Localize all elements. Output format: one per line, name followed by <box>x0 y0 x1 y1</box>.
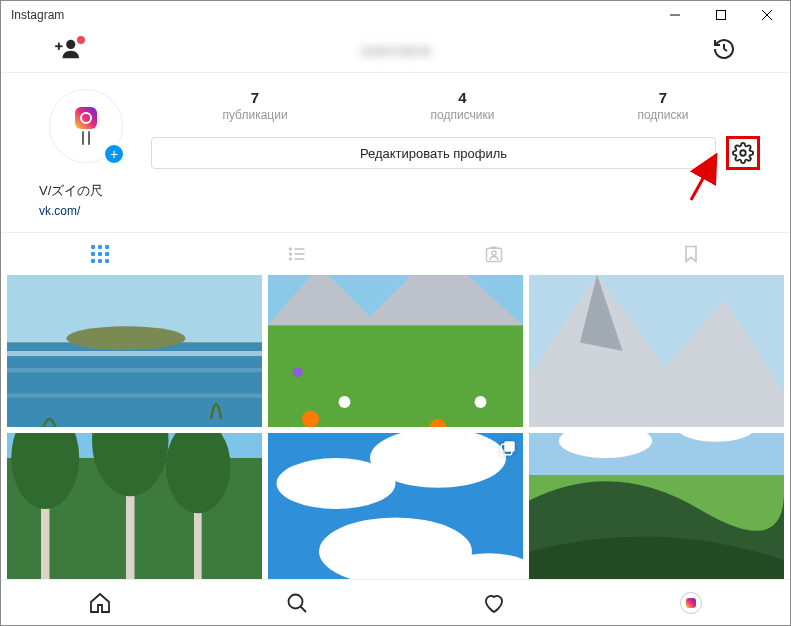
tab-saved[interactable] <box>593 233 790 275</box>
stat-posts-count: 7 <box>222 89 287 106</box>
stat-following-label: подписки <box>637 108 688 122</box>
grid-icon <box>91 245 109 263</box>
photo-sky-clouds <box>268 433 523 585</box>
bottom-nav <box>1 579 790 625</box>
maximize-button[interactable] <box>698 1 744 29</box>
svg-rect-22 <box>7 368 262 372</box>
window-controls <box>652 1 790 29</box>
svg-point-29 <box>339 396 351 408</box>
profile-section: + 7 публикации 4 подписчики 7 подписки Р… <box>1 73 790 176</box>
svg-point-10 <box>289 248 291 250</box>
post-thumbnail[interactable] <box>268 433 523 585</box>
svg-point-14 <box>289 258 291 260</box>
svg-line-56 <box>300 606 306 612</box>
gear-icon <box>732 142 754 164</box>
minimize-icon <box>670 10 680 20</box>
edit-profile-button[interactable]: Редактировать профиль <box>151 137 716 169</box>
svg-point-26 <box>302 411 319 428</box>
photo-seascape <box>7 275 262 427</box>
post-thumbnail[interactable] <box>529 275 784 427</box>
list-icon <box>287 244 307 264</box>
nav-search[interactable] <box>198 580 395 625</box>
svg-point-4 <box>66 39 75 48</box>
svg-point-31 <box>475 396 487 408</box>
svg-point-9 <box>740 150 746 156</box>
post-thumbnail[interactable] <box>7 275 262 427</box>
window-title: Instagram <box>11 8 64 22</box>
plus-icon: + <box>110 147 118 161</box>
edit-profile-label: Редактировать профиль <box>360 146 507 161</box>
tagged-icon <box>484 244 504 264</box>
album-icon <box>499 439 517 457</box>
tab-tagged[interactable] <box>396 233 593 275</box>
stat-following-count: 7 <box>637 89 688 106</box>
photo-meadow-mountains <box>268 275 523 427</box>
search-icon <box>285 591 309 615</box>
svg-point-20 <box>67 326 186 350</box>
svg-rect-23 <box>7 394 262 398</box>
avatar-column: + <box>31 89 141 170</box>
saved-icon <box>681 244 701 264</box>
svg-point-32 <box>293 367 303 377</box>
heart-icon <box>482 591 506 615</box>
nav-profile[interactable] <box>593 580 790 625</box>
notification-badge <box>75 34 87 46</box>
window-titlebar: Instagram <box>1 1 790 29</box>
edit-row: Редактировать профиль <box>151 136 760 170</box>
nav-home[interactable] <box>1 580 198 625</box>
svg-line-8 <box>724 49 727 51</box>
add-story-button[interactable]: + <box>103 143 125 165</box>
svg-rect-6 <box>58 42 60 49</box>
svg-point-17 <box>492 251 496 255</box>
post-thumbnail[interactable] <box>529 433 784 585</box>
add-friend-button[interactable] <box>55 38 81 64</box>
avatar-image <box>75 107 97 145</box>
app-header: username <box>1 29 790 73</box>
maximize-icon <box>716 10 726 20</box>
stat-followers-label: подписчики <box>431 108 495 122</box>
close-icon <box>762 10 772 20</box>
settings-button[interactable] <box>726 136 760 170</box>
header-username[interactable]: username <box>360 42 431 60</box>
stat-posts-label: публикации <box>222 108 287 122</box>
home-icon <box>88 591 112 615</box>
post-thumbnail[interactable] <box>7 433 262 585</box>
close-button[interactable] <box>744 1 790 29</box>
svg-rect-21 <box>7 351 262 356</box>
display-name: V/ズイの尺 <box>39 182 760 200</box>
profile-icon <box>680 592 702 614</box>
svg-rect-49 <box>504 441 515 452</box>
view-tabs <box>1 233 790 275</box>
stat-followers[interactable]: 4 подписчики <box>431 89 495 122</box>
svg-point-55 <box>288 594 302 608</box>
tab-list[interactable] <box>198 233 395 275</box>
stat-posts[interactable]: 7 публикации <box>222 89 287 122</box>
profile-stats: 7 публикации 4 подписчики 7 подписки <box>151 89 760 122</box>
bio-link[interactable]: vk.com/ <box>39 204 760 218</box>
minimize-button[interactable] <box>652 1 698 29</box>
stat-followers-count: 4 <box>431 89 495 106</box>
nav-activity[interactable] <box>396 580 593 625</box>
svg-point-12 <box>289 253 291 255</box>
photo-forest <box>7 433 262 585</box>
history-button[interactable] <box>712 37 736 65</box>
tab-grid[interactable] <box>1 233 198 275</box>
photo-hills <box>529 433 784 585</box>
profile-meta: V/ズイの尺 vk.com/ <box>1 176 790 228</box>
photo-grid <box>1 275 790 585</box>
stat-following[interactable]: 7 подписки <box>637 89 688 122</box>
photo-snowy-mountain <box>529 275 784 427</box>
history-icon <box>712 37 736 61</box>
avatar-wrap: + <box>49 89 123 163</box>
stats-column: 7 публикации 4 подписчики 7 подписки Ред… <box>141 89 760 170</box>
post-thumbnail[interactable] <box>268 275 523 427</box>
svg-rect-1 <box>717 11 726 20</box>
